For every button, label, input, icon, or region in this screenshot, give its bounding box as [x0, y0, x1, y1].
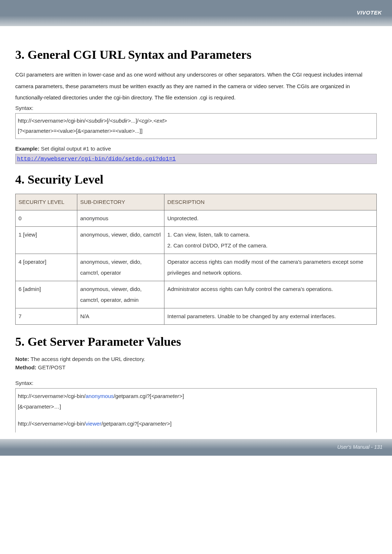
table-row: 7N/AInternal parameters. Unable to be ch…: [16, 308, 377, 324]
syntax-ext: <ext>: [154, 118, 167, 124]
syntax-subdir2: <subdir>: [110, 118, 131, 124]
s5l3-blue: viewer: [86, 420, 101, 427]
example-url-link[interactable]: http://mywebserver/cgi-bin/dido/setdo.cg…: [17, 156, 176, 162]
th-level: SECURITY LEVEL: [16, 194, 77, 210]
syntax-subdir1: <subdir>: [86, 118, 107, 124]
header-band: VIVOTEK: [0, 0, 392, 26]
cell-level: 7: [16, 308, 77, 324]
example-text: Set digital output #1 to active: [40, 145, 111, 152]
s5l3-srv: <servername>: [32, 420, 67, 427]
section3-title: 3. General CGI URL Syntax and Parameters: [15, 48, 377, 62]
syntax-line-2: [?<parameter>=<value>[&<parameter>=<valu…: [18, 126, 374, 136]
th-subdir: SUB-DIRECTORY: [77, 194, 164, 210]
note-text: The access right depends on the URL dire…: [29, 356, 145, 362]
syntax5-gap: [18, 412, 374, 418]
syntax-servername: <servername>: [32, 118, 67, 124]
s5l3-pre: http://: [18, 420, 32, 427]
cell-desc: Administrator access rights can fully co…: [164, 281, 377, 308]
table-row: 1 [view]anonymous, viewer, dido, camctrl…: [16, 226, 377, 254]
section3-syntax-box: http://<servername>/cgi-bin/<subdir>[/<s…: [15, 113, 377, 139]
cell-desc: 1. Can view, listen, talk to camera. 2. …: [164, 226, 377, 254]
section5-note: Note: The access right depends on the UR…: [15, 356, 377, 362]
method-bold: Method:: [15, 364, 36, 370]
s5l3-mid: /cgi-bin/: [66, 420, 86, 427]
example-url-bar: http://mywebserver/cgi-bin/dido/setdo.cg…: [15, 154, 377, 164]
security-table: SECURITY LEVEL SUB-DIRECTORY DESCRIPTION…: [15, 194, 377, 325]
example-label: Example: Set digital output #1 to active: [15, 145, 377, 152]
section3-intro: CGI parameters are written in lower-case…: [15, 69, 377, 103]
s5l1-end: ]: [183, 393, 184, 399]
s5l3-post: /getparam.cgi?[: [101, 420, 139, 427]
section5-title: 5. Get Server Parameter Values: [15, 335, 377, 349]
syntax-line-1: http://<servername>/cgi-bin/<subdir>[/<s…: [18, 116, 374, 126]
method-text: GET/POST: [36, 364, 65, 370]
cell-desc: Internal parameters. Unable to be change…: [164, 308, 377, 324]
cell-subdir: anonymous, viewer, dido, camctrl, operat…: [77, 281, 164, 308]
syntax-open: [/: [107, 118, 110, 124]
table-header-row: SECURITY LEVEL SUB-DIRECTORY DESCRIPTION: [16, 194, 377, 210]
cell-level: 4 [operator]: [16, 254, 77, 281]
cell-subdir: anonymous, viewer, dido, camctrl, operat…: [77, 254, 164, 281]
s5l3-param: <parameter>: [139, 420, 170, 427]
syntax-mid3: ...]/: [131, 118, 139, 124]
s5l1-pre: http://: [18, 393, 32, 399]
th-desc: DESCRIPTION: [164, 194, 377, 210]
cell-level: 1 [view]: [16, 226, 77, 254]
syntax5-line2: [&<parameter>…]: [18, 401, 374, 412]
syntax5-line3: http://<servername>/cgi-bin/viewer/getpa…: [18, 418, 374, 429]
section4-title: 4. Security Level: [15, 173, 377, 186]
cell-subdir: anonymous: [77, 210, 164, 226]
section3-syntax-label: Syntax:: [15, 105, 377, 111]
s5l1-param: <parameter>: [151, 393, 183, 399]
brand-label: VIVOTEK: [357, 9, 382, 16]
table-row: 0anonymousUnprotected.: [16, 210, 377, 226]
s5l1-blue: anonymous: [86, 393, 114, 399]
section5-syntax-label: Syntax:: [15, 380, 377, 386]
cell-level: 0: [16, 210, 77, 226]
footer-text: User's Manual - 131: [337, 444, 383, 450]
s5l1-mid: /cgi-bin/: [66, 393, 86, 399]
syntax-http: http://: [18, 118, 32, 124]
syntax5-line1: http://<servername>/cgi-bin/anonymous/ge…: [18, 391, 374, 401]
syntax-cgi: <cgi>: [139, 118, 152, 124]
syntax-cgibin: /cgi-bin/: [66, 118, 86, 124]
s5l1-post: /getparam.cgi?[: [114, 393, 151, 399]
s5l1-srv: <servername>: [32, 393, 67, 399]
cell-desc: Operator access rights can modify most o…: [164, 254, 377, 281]
table-row: 6 [admin]anonymous, viewer, dido, camctr…: [16, 281, 377, 308]
page-content: 3. General CGI URL Syntax and Parameters…: [0, 26, 392, 436]
note-bold: Note:: [15, 356, 29, 362]
footer-band: User's Manual - 131: [0, 439, 392, 456]
section5-method: Method: GET/POST: [15, 364, 377, 370]
example-bold: Example:: [15, 145, 40, 152]
table-row: 4 [operator]anonymous, viewer, dido, cam…: [16, 254, 377, 281]
section5-syntax-box: http://<servername>/cgi-bin/anonymous/ge…: [15, 388, 377, 433]
s5l3-end: ]: [170, 420, 171, 427]
cell-subdir: anonymous, viewer, dido, camctrl: [77, 226, 164, 254]
cell-subdir: N/A: [77, 308, 164, 324]
cell-desc: Unprotected.: [164, 210, 377, 226]
cell-level: 6 [admin]: [16, 281, 77, 308]
